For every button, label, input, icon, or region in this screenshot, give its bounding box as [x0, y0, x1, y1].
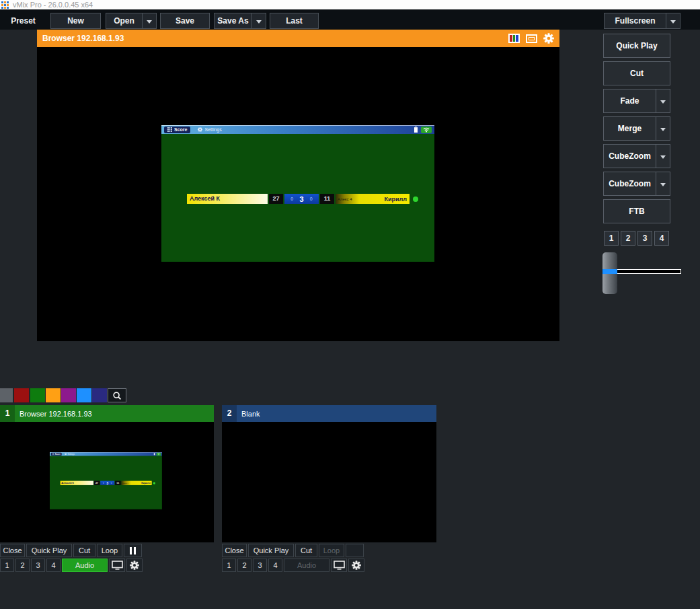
overlay-button-3[interactable]: 3: [31, 559, 45, 572]
vmix-logo-icon: [1, 1, 9, 9]
last-label: Last: [270, 13, 318, 28]
close-button[interactable]: Close: [0, 544, 25, 557]
monitor-button[interactable]: [331, 559, 347, 572]
input-number: 1: [0, 405, 15, 422]
fullscreen-dropdown[interactable]: [666, 13, 680, 28]
input-panel-2: 2 Blank Close Quick Play Cut Loop 1 2 3 …: [222, 405, 436, 542]
cut-button[interactable]: Cut: [73, 544, 95, 557]
points-left: 27: [269, 194, 283, 204]
color-swatch[interactable]: [30, 388, 45, 402]
color-swatch[interactable]: [14, 388, 29, 402]
main-toolbar: Preset New Open Save Save As Last Fullsc…: [0, 9, 700, 30]
window-titlebar: vMix Pro - 26.0.0.45 x64: [0, 0, 700, 9]
gear-icon: [198, 127, 202, 132]
search-button[interactable]: [108, 388, 126, 402]
sub-label: Алекс 4: [338, 197, 385, 201]
gear-icon[interactable]: [543, 33, 554, 44]
merge-button[interactable]: Merge: [603, 116, 670, 141]
new-label: New: [51, 13, 100, 28]
cut-button[interactable]: Cut: [603, 61, 670, 85]
input-number: 2: [222, 405, 237, 422]
tab-score: Score: [164, 127, 190, 133]
ftb-label: FTB: [604, 200, 670, 223]
color-swatch[interactable]: [77, 388, 91, 402]
input-1-controls-row-2: 1 2 3 4 Audio: [0, 559, 143, 572]
save-as-button[interactable]: Save As: [214, 13, 266, 29]
audio-button[interactable]: Audio: [62, 559, 108, 572]
monitor-icon: [112, 561, 123, 570]
program-header: Browser 192.168.1.93: [37, 30, 559, 47]
new-button[interactable]: New: [50, 13, 101, 29]
save-as-label: Save As: [215, 13, 251, 28]
cubezoom-button-1[interactable]: CubeZoom: [603, 144, 670, 168]
tbar-track[interactable]: [611, 269, 681, 274]
preset-button[interactable]: Preset: [8, 13, 38, 29]
loop-button[interactable]: Loop: [319, 544, 344, 557]
close-button[interactable]: Close: [222, 544, 247, 557]
open-dropdown[interactable]: [142, 13, 156, 28]
input-1-header[interactable]: 1 Browser 192.168.1.93: [0, 405, 214, 422]
settings-button[interactable]: [126, 559, 143, 572]
color-swatch[interactable]: [61, 388, 76, 402]
screen-header: Score Settings: [161, 125, 434, 134]
quick-play-button[interactable]: Quick Play: [603, 34, 670, 58]
cubezoom-dropdown-2[interactable]: [656, 172, 670, 195]
loop-button[interactable]: Loop: [97, 544, 122, 557]
fade-dropdown[interactable]: [656, 89, 670, 112]
gear-icon: [352, 561, 361, 570]
tbar-position-indicator: [602, 269, 617, 274]
battery-icon: [414, 127, 418, 133]
overlay-button-3[interactable]: 3: [253, 559, 267, 572]
input-2-header[interactable]: 2 Blank: [222, 405, 436, 422]
pause-button[interactable]: [124, 544, 142, 557]
chevron-down-icon: [147, 20, 152, 26]
chevron-down-icon: [256, 20, 262, 26]
audio-button[interactable]: Audio: [284, 559, 329, 572]
settings-button[interactable]: [348, 559, 364, 572]
overlay-button-4[interactable]: 4: [46, 559, 61, 572]
cubezoom-dropdown-1[interactable]: [656, 145, 670, 168]
player-name-left: Алексей К: [187, 194, 268, 204]
open-button[interactable]: Open: [106, 13, 157, 29]
chevron-down-icon: [660, 183, 666, 189]
window-icon[interactable]: [526, 34, 537, 43]
overlay-button-2[interactable]: 2: [15, 559, 30, 572]
cubezoom-button-2[interactable]: CubeZoom: [603, 172, 670, 196]
fade-button[interactable]: Fade: [603, 89, 670, 113]
color-swatch[interactable]: [92, 388, 107, 402]
merge-dropdown[interactable]: [656, 117, 670, 140]
overlay-button-1[interactable]: 1: [0, 559, 14, 572]
last-button[interactable]: Last: [270, 13, 319, 29]
quick-play-button[interactable]: Quick Play: [26, 544, 72, 557]
input-2-monitor[interactable]: [222, 422, 436, 542]
grid-icon: [52, 453, 54, 455]
overlay-button-2[interactable]: 2: [621, 231, 635, 246]
cut-button[interactable]: Cut: [295, 544, 317, 557]
pause-button[interactable]: [346, 544, 364, 557]
color-swatch[interactable]: [46, 388, 61, 402]
quick-play-button[interactable]: Quick Play: [248, 544, 294, 557]
monitor-button[interactable]: [109, 559, 125, 572]
ftb-button[interactable]: FTB: [603, 199, 670, 223]
tab-settings: Settings: [198, 127, 221, 132]
overlay-button-1[interactable]: 1: [604, 231, 619, 246]
overlay-button-4[interactable]: 4: [654, 231, 669, 246]
input-2-controls-row-2: 1 2 3 4 Audio: [222, 559, 364, 572]
save-as-dropdown[interactable]: [251, 13, 266, 28]
wifi-icon: [421, 127, 432, 133]
gear-icon: [65, 453, 67, 455]
fullscreen-button[interactable]: Fullscreen: [604, 13, 680, 29]
input-1-monitor[interactable]: Score Settings: [0, 422, 214, 542]
overlay-button-3[interactable]: 3: [637, 231, 652, 246]
tab-settings-label: Settings: [204, 127, 221, 132]
save-button[interactable]: Save: [160, 13, 210, 29]
color-swatch[interactable]: [0, 388, 13, 402]
tab-score-label: Score: [174, 127, 187, 132]
battery-icon: [154, 453, 155, 456]
overlay-button-1[interactable]: 1: [222, 559, 236, 572]
overlay-button-2[interactable]: 2: [237, 559, 251, 572]
cubezoom-label-1: CubeZoom: [604, 145, 656, 168]
color-bars-icon[interactable]: [508, 34, 520, 43]
program-monitor[interactable]: Score Settings Алексей К 27: [37, 47, 559, 341]
overlay-button-4[interactable]: 4: [268, 559, 282, 572]
